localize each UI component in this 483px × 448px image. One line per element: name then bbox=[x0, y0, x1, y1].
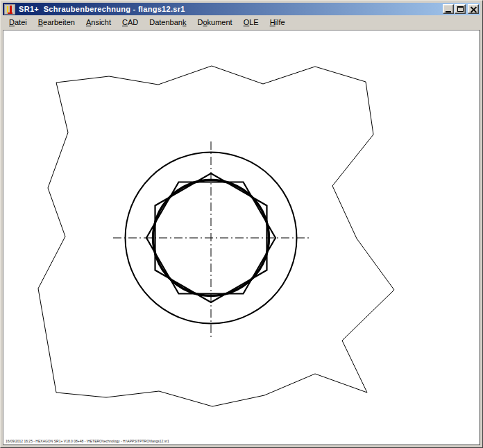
status-text: 16/09/2012 16:25 - HEXAGON SR1+ V18.0 08… bbox=[6, 439, 169, 443]
minimize-button[interactable] bbox=[443, 4, 454, 14]
app-icon-red-foot bbox=[8, 12, 12, 14]
menu-bar: DateiBearbeitenAnsichtCADDatenbankDokume… bbox=[3, 15, 480, 30]
menu-item-ansicht[interactable]: Ansicht bbox=[80, 16, 117, 29]
menu-item-hilfe[interactable]: Hilfe bbox=[264, 16, 291, 29]
app-icon-red-bar bbox=[10, 6, 12, 12]
minimize-icon bbox=[446, 11, 451, 12]
menu-item-ole[interactable]: OLE bbox=[238, 16, 264, 29]
app-icon[interactable] bbox=[4, 4, 15, 15]
window-controls bbox=[443, 4, 479, 14]
drawing-area[interactable]: 16/09/2012 16:25 - HEXAGON SR1+ V18.0 08… bbox=[3, 30, 480, 445]
title-bar[interactable]: SR1+ Schraubenberechnung - flangs12.sr1 bbox=[3, 3, 480, 15]
app-icon-yellow-bar bbox=[7, 6, 8, 12]
cad-drawing bbox=[3, 30, 480, 445]
window-title: SR1+ Schraubenberechnung - flangs12.sr1 bbox=[19, 5, 443, 13]
menu-item-dokument[interactable]: Dokument bbox=[192, 16, 237, 29]
close-button[interactable] bbox=[468, 4, 479, 14]
close-icon bbox=[471, 6, 477, 12]
menu-item-bearbeiten[interactable]: Bearbeiten bbox=[33, 16, 80, 29]
plate-outline bbox=[38, 66, 394, 406]
menu-item-datei[interactable]: Datei bbox=[3, 16, 33, 29]
maximize-icon bbox=[457, 6, 464, 12]
menu-item-datenbank[interactable]: Datenbank bbox=[144, 16, 192, 29]
app-window: SR1+ Schraubenberechnung - flangs12.sr1 … bbox=[0, 0, 483, 448]
maximize-button[interactable] bbox=[455, 4, 466, 14]
menu-item-cad[interactable]: CAD bbox=[117, 16, 144, 29]
